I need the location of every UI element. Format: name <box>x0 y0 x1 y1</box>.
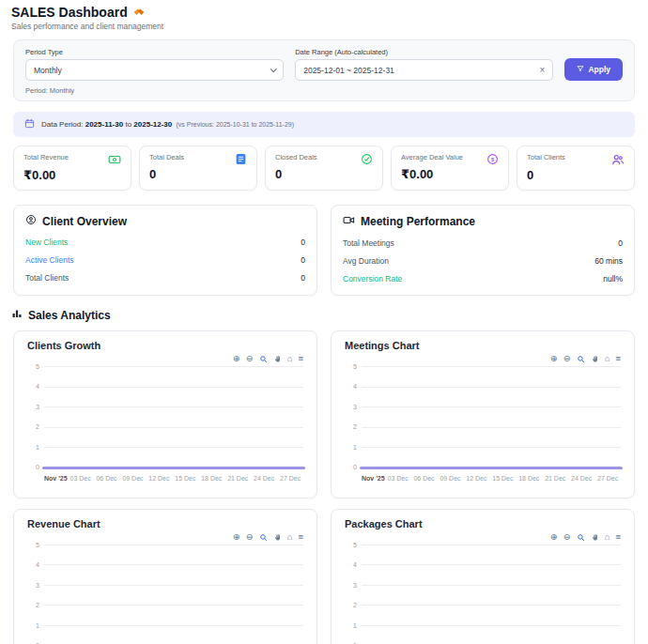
home-icon[interactable]: ⌂ <box>287 532 293 542</box>
y-axis: 543210 <box>345 363 362 470</box>
x-tick-label: 21 Dec <box>224 475 251 482</box>
zoom-out-icon[interactable]: ⊖ <box>563 532 571 542</box>
home-icon[interactable]: ⌂ <box>605 532 610 542</box>
y-axis: 543210 <box>345 542 362 644</box>
pan-icon[interactable] <box>273 355 282 363</box>
zoom-out-icon[interactable]: ⊖ <box>246 532 254 542</box>
plot-area[interactable] <box>362 544 621 644</box>
menu-icon[interactable]: ≡ <box>615 532 621 542</box>
x-tick-label: 24 Dec <box>568 475 594 482</box>
dashboard-page: SALES Dashboard Sales performance and cl… <box>0 0 648 644</box>
y-tick-label: 5 <box>353 542 357 548</box>
kpi-card-total-deals: Total Deals 0 <box>139 146 257 191</box>
calendar-icon <box>24 118 35 130</box>
y-tick-label: 4 <box>353 561 357 568</box>
y-tick-label: 4 <box>36 383 39 390</box>
y-tick-label: 0 <box>353 464 357 470</box>
chart-title: Revenue Chart <box>27 518 303 529</box>
y-tick-label: 3 <box>353 582 357 589</box>
y-tick-label: 2 <box>36 602 39 608</box>
zoom-in-icon[interactable]: ⊕ <box>233 532 240 542</box>
plot-area[interactable] <box>44 366 303 468</box>
y-tick-label: 5 <box>36 363 39 370</box>
check-circle-icon <box>361 153 373 165</box>
y-tick-label: 1 <box>353 622 357 629</box>
x-tick-label: 03 Dec <box>68 475 94 482</box>
page-subtitle: Sales performance and client management <box>11 22 639 31</box>
chart-card-clients-growth: Clients Growth ⊕ ⊖ ⌂ ≡ 543210 Nov '2503 … <box>13 330 317 498</box>
svg-text:$: $ <box>491 157 495 162</box>
page-header: SALES Dashboard Sales performance and cl… <box>9 5 639 31</box>
home-icon[interactable]: ⌂ <box>605 354 610 363</box>
chart-toolbar: ⊕ ⊖ ⌂ ≡ <box>27 532 303 542</box>
row-value: 60 mins <box>594 256 623 266</box>
zoom-in-icon[interactable]: ⊕ <box>550 354 558 363</box>
x-tick-label: 06 Dec <box>94 475 120 482</box>
x-tick-label: 27 Dec <box>277 475 303 482</box>
clear-icon[interactable]: × <box>540 66 546 75</box>
pan-icon[interactable] <box>591 355 599 363</box>
y-tick-label: 1 <box>353 444 357 451</box>
selection-zoom-icon[interactable] <box>259 355 268 363</box>
panel-row-active-clients: Active Clients 0 <box>25 251 305 268</box>
zoom-out-icon[interactable]: ⊖ <box>246 354 254 363</box>
zoom-out-icon[interactable]: ⊖ <box>563 354 571 363</box>
chart-title: Clients Growth <box>27 340 303 351</box>
panel-row-total-clients: Total Clients 0 <box>25 268 305 286</box>
panel-title: Meeting Performance <box>361 215 475 228</box>
menu-icon[interactable]: ≡ <box>615 354 621 363</box>
y-tick-label: 1 <box>36 622 39 629</box>
chart-title: Meetings Chart <box>345 340 621 351</box>
period-type-value: Monthly <box>34 66 62 75</box>
date-range-input[interactable]: 2025-12-01 ~ 2025-12-31 × <box>295 59 553 81</box>
selection-zoom-icon[interactable] <box>577 533 585 542</box>
menu-icon[interactable]: ≡ <box>298 532 303 542</box>
y-tick-label: 2 <box>353 602 357 608</box>
x-tick-label: 21 Dec <box>542 475 568 482</box>
panel-row-new-clients: New Clients 0 <box>25 233 305 251</box>
kpi-value: 0 <box>275 167 373 181</box>
banner-end-date: 2025-12-30 <box>133 120 172 129</box>
charts-grid: Clients Growth ⊕ ⊖ ⌂ ≡ 543210 Nov '2503 … <box>13 330 635 644</box>
selection-zoom-icon[interactable] <box>259 533 268 542</box>
plot-area[interactable] <box>362 366 621 468</box>
panel-row-avg-duration: Avg Duration 60 mins <box>343 252 623 269</box>
apply-button-label: Apply <box>588 65 610 74</box>
menu-icon[interactable]: ≡ <box>298 354 303 363</box>
date-range-value: 2025-12-01 ~ 2025-12-31 <box>303 66 394 75</box>
kpi-value: ₹0.00 <box>401 167 499 181</box>
x-tick-label: 18 Dec <box>516 475 542 482</box>
kpi-value: 0 <box>527 168 625 182</box>
y-tick-label: 3 <box>353 404 357 410</box>
apply-button[interactable]: Apply <box>564 58 623 81</box>
pan-icon[interactable] <box>591 533 599 542</box>
pan-icon[interactable] <box>273 533 282 542</box>
y-tick-label: 2 <box>36 423 39 430</box>
zoom-in-icon[interactable]: ⊕ <box>233 354 240 363</box>
x-tick-label: 18 Dec <box>198 475 224 482</box>
x-tick-label: 27 Dec <box>594 475 621 482</box>
period-type-label: Period Type <box>25 48 284 56</box>
kpi-card-total-revenue: Total Revenue ₹0.00 <box>13 146 131 191</box>
x-tick-label: 09 Dec <box>438 475 464 482</box>
chart-toolbar: ⊕ ⊖ ⌂ ≡ <box>345 354 621 363</box>
row-value: 0 <box>301 238 305 247</box>
selection-zoom-icon[interactable] <box>577 355 585 363</box>
funnel-icon <box>577 65 584 74</box>
x-tick-label: 03 Dec <box>385 475 411 482</box>
x-tick-label: 15 Dec <box>172 475 198 482</box>
section-title: Sales Analytics <box>28 309 111 322</box>
x-tick-label: 24 Dec <box>251 475 277 482</box>
home-icon[interactable]: ⌂ <box>287 354 293 363</box>
y-tick-label: 0 <box>36 464 39 470</box>
x-tick-label: 12 Dec <box>146 475 172 482</box>
x-tick-label: 15 Dec <box>489 475 516 482</box>
zoom-in-icon[interactable]: ⊕ <box>550 532 558 542</box>
row-value: 0 <box>618 238 623 248</box>
client-overview-panel: Client Overview New Clients 0 Active Cli… <box>13 205 317 296</box>
y-tick-label: 5 <box>353 363 357 370</box>
row-label: Total Meetings <box>343 238 394 248</box>
plot-area[interactable] <box>44 544 303 644</box>
period-type-select[interactable]: Monthly <box>25 59 284 81</box>
kpi-label: Total Revenue <box>23 153 69 161</box>
